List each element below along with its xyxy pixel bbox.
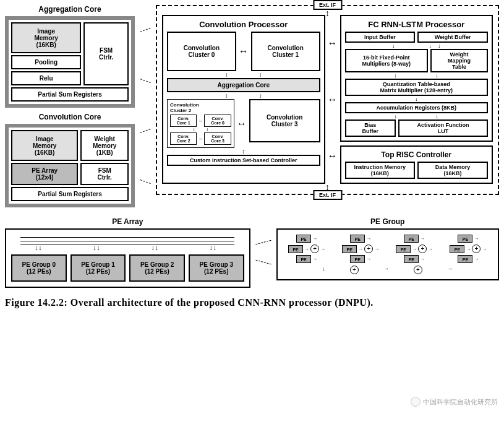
pe-cell: PE — [450, 245, 464, 253]
figure-caption: Figure 14.2.2: Overall architecture of t… — [5, 297, 499, 310]
fc-inbuf: Input Buffer — [345, 32, 416, 43]
adder-icon: + — [472, 245, 481, 253]
agg-imgmem: Image Memory (16KB) — [11, 22, 81, 53]
pe-cell: PE — [350, 235, 365, 243]
conv-core-1: Conv. Core 1 — [170, 115, 197, 127]
conv-imgmem: Image Memory (16KB) — [11, 130, 78, 161]
pe-cell: PE — [350, 255, 365, 263]
conv-cluster-1: Convolution Cluster 1 — [251, 32, 320, 71]
conv-core-title: Convolution Core — [5, 113, 135, 121]
arrow-icon: ↔ — [237, 121, 247, 127]
fc-act: Activation Function LUT — [398, 119, 488, 137]
pe-group-3: PE Group 3 (12 PEs) — [189, 254, 244, 282]
pe-cell: PE — [342, 245, 357, 253]
conv-pearray: PE Array (12x4) — [11, 163, 78, 185]
pe-cell: PE — [404, 235, 419, 243]
pe-group-2: PE Group 2 (12 PEs) — [129, 254, 185, 282]
agg-psr: Partial Sum Registers — [11, 87, 129, 102]
conv-psr: Partial Sum Registers — [11, 187, 129, 201]
fc-multipliers: 16-bit Fixed-Point Multipliers (8-way) — [345, 49, 429, 72]
conv-cluster-0: Convolution Cluster 0 — [167, 32, 236, 71]
ext-if-top: Ext. IF — [313, 0, 342, 10]
conv-core-0: Conv. Core 0 — [204, 115, 231, 127]
vbus-arrows: ↔↔↔ — [328, 15, 338, 184]
pe-cell: PE — [458, 235, 472, 243]
convolution-processor: Convolution Processor Convolution Cluste… — [162, 15, 325, 184]
conv-proc-title: Convolution Processor — [167, 20, 320, 29]
pe-group-1: PE Group 1 (12 PEs) — [70, 254, 126, 282]
pearr-title: PE Array — [5, 217, 250, 226]
risc-title: Top RISC Controller — [345, 150, 489, 159]
top-risc-controller: Top RISC Controller Instruction Memory (… — [340, 145, 493, 184]
convolution-core-detail: Convolution Core Image Memory (16KB) Wei… — [5, 113, 135, 207]
pe-cell: PE — [296, 235, 311, 243]
ext-if-bot: Ext. IF — [313, 190, 342, 200]
agg-relu: Relu — [11, 71, 81, 85]
arrow-icon: ↔ — [239, 48, 249, 54]
pegrp-title: PE Group — [276, 217, 499, 226]
fc-wmap: Weight Mapping Table — [430, 49, 488, 72]
conv-core-3: Conv. Core 3 — [204, 132, 231, 145]
fc-qtab: Quantization Table-based Matrix Multipli… — [345, 79, 489, 96]
pe-cell: PE — [458, 255, 472, 263]
agg-fsm: FSM Ctrlr. — [83, 22, 129, 85]
fc-wbuf: Weight Buffer — [417, 32, 488, 43]
conv-cluster-2-title: Convolution Cluster 2 — [170, 102, 231, 113]
conv-core-2: Conv. Core 2 — [170, 132, 197, 145]
pe-cell: PE — [396, 245, 411, 253]
fc-bias: Bias Buffer — [345, 119, 396, 137]
pe-cell: PE — [288, 245, 303, 253]
pe-array-detail: PE Array ↓↓ ↓↓ ↓↓ ↓↓ PE Group 0 (12 PEs)… — [5, 217, 250, 288]
pe-group-detail: PE Group PE→ PE→+→ PE→ PE→ PE→+→ PE→ PE→… — [276, 217, 499, 280]
custom-isa-ctrl: Custom Instruction Set-based Controller — [167, 155, 320, 166]
fc-accum: Accumulation Registers (8KB) — [345, 102, 489, 113]
aggregation-core-detail: Aggregation Core Image Memory (16KB) Poo… — [5, 5, 135, 108]
agg-pooling: Pooling — [11, 55, 81, 69]
chip-boundary: Ext. IF Ext. IF ↕ Convolution Processor … — [156, 5, 499, 195]
pe-cell: PE — [296, 255, 311, 263]
agg-title: Aggregation Core — [5, 5, 135, 14]
risc-dmem: Data Memory (16KB) — [417, 162, 488, 179]
conv-cluster-3: Convolution Cluster 3 — [249, 99, 320, 142]
pe-cell: PE — [404, 255, 419, 263]
fc-title: FC RNN-LSTM Processor — [345, 20, 489, 29]
adder-icon: + — [414, 266, 422, 274]
conv-wmem: Weight Memory (1KB) — [80, 130, 129, 161]
risc-imem: Instruction Memory (16KB) — [345, 162, 416, 179]
pe-group-0: PE Group 0 (12 PEs) — [11, 254, 67, 282]
adder-icon: + — [350, 266, 359, 274]
agg-core-center: Aggregation Core — [167, 78, 320, 92]
conv-fsm: FSM Ctrlr. — [80, 163, 129, 185]
conv-cluster-2: Convolution Cluster 2 Conv. Core 1 ↔ Con… — [167, 99, 234, 148]
adder-icon: + — [364, 245, 373, 253]
adder-icon: + — [310, 245, 319, 253]
adder-icon: + — [418, 245, 427, 253]
fc-rnn-lstm-processor: FC RNN-LSTM Processor Input Buffer Weigh… — [340, 15, 493, 142]
